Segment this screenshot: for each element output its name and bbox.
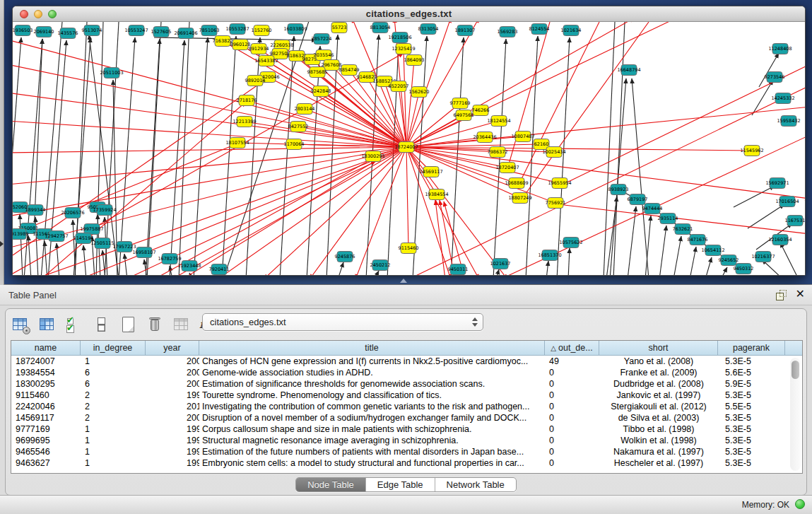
new-table-icon[interactable] — [119, 315, 137, 334]
graph-node[interactable]: 6879197 — [628, 194, 648, 205]
panel-resize-handle[interactable] — [400, 279, 407, 283]
delete-table-disabled-icon[interactable] — [172, 315, 191, 334]
black-edge[interactable] — [690, 247, 696, 275]
left-collapse-strip[interactable] — [0, 0, 4, 285]
tab-network-table[interactable]: Network Table — [435, 478, 516, 491]
graph-node[interactable]: 20206576 — [61, 208, 84, 218]
column-header-out_de[interactable]: △out_de... — [545, 341, 599, 355]
black-edge[interactable] — [705, 257, 712, 275]
graph-node[interactable]: 20691406 — [174, 28, 197, 39]
network-canvas[interactable]: 1936503206914014355769513074105532471527… — [13, 22, 805, 275]
graph-node[interactable]: 8124554 — [529, 24, 550, 35]
black-edge[interactable] — [28, 235, 31, 275]
graph-node[interactable]: 9273546 — [765, 72, 785, 83]
graph-node[interactable]: 9245652 — [719, 255, 739, 266]
red-edge[interactable] — [355, 147, 406, 275]
graph-node[interactable]: 9892014 — [245, 76, 266, 86]
graph-node[interactable]: 1435576 — [58, 28, 78, 39]
graph-node[interactable]: 8938923 — [608, 185, 629, 195]
column-header-name[interactable]: name — [11, 341, 81, 355]
graph-node[interactable]: 1899344 — [25, 205, 46, 216]
graph-node[interactable]: 9242848 — [311, 86, 331, 97]
red-edge[interactable] — [13, 93, 406, 147]
graph-node[interactable]: 2035546 — [314, 50, 334, 61]
black-edge[interactable] — [307, 46, 320, 275]
black-edge[interactable] — [659, 226, 666, 275]
graph-node[interactable]: 6497568 — [454, 110, 474, 121]
black-edge[interactable] — [496, 269, 499, 275]
table-vertical-scrollbar[interactable] — [790, 358, 801, 471]
graph-node[interactable]: 55723 — [331, 23, 347, 33]
graph-node[interactable]: 9875685 — [307, 67, 328, 78]
column-header-in_degree[interactable]: in_degree — [81, 341, 146, 355]
scrollbar-thumb[interactable] — [792, 361, 799, 379]
red-edge[interactable] — [406, 22, 677, 147]
red-edge[interactable] — [13, 40, 406, 147]
black-edge[interactable] — [780, 243, 799, 275]
graph-node[interactable]: 10575622 — [559, 238, 582, 248]
graph-node[interactable]: 3913989 — [13, 229, 28, 240]
red-edge[interactable] — [247, 100, 406, 147]
red-edge[interactable] — [13, 64, 406, 147]
graph-node[interactable]: 17016504 — [775, 197, 799, 207]
table-row[interactable]: 2242004622012Investigating the contribut… — [11, 401, 802, 412]
graph-node[interactable]: 2069140 — [34, 27, 54, 37]
graph-node[interactable]: 7857224 — [312, 34, 332, 45]
red-edge[interactable] — [13, 147, 406, 185]
graph-node[interactable]: 1891307 — [455, 25, 476, 36]
column-header-title[interactable]: title — [199, 341, 545, 355]
graph-node[interactable]: 8313054 — [418, 24, 439, 35]
graph-node[interactable]: 9245876 — [335, 252, 355, 262]
graph-node[interactable]: 10688609 — [505, 178, 528, 189]
graph-node[interactable]: 10216377 — [751, 252, 775, 262]
graph-node[interactable]: 8427552 — [288, 122, 309, 132]
tab-node-table[interactable]: Node Table — [296, 478, 366, 491]
black-edge[interactable] — [147, 22, 161, 275]
graph-node[interactable]: 9450312 — [734, 264, 754, 274]
black-edge[interactable] — [375, 271, 379, 275]
graph-node[interactable]: 6522057 — [389, 81, 409, 92]
graph-node[interactable]: 12213399 — [233, 117, 256, 127]
graph-node[interactable]: 1021634 — [561, 25, 582, 36]
black-edge[interactable] — [83, 245, 86, 275]
graph-node[interactable]: 1936503 — [13, 25, 33, 36]
red-edge[interactable] — [13, 147, 406, 153]
black-edge[interactable] — [96, 22, 103, 275]
graph-node[interactable]: 20511003 — [100, 68, 123, 78]
black-edge[interactable] — [673, 236, 681, 275]
delete-table-icon[interactable] — [146, 315, 164, 334]
black-edge[interactable] — [124, 254, 127, 275]
black-edge[interactable] — [546, 261, 548, 275]
table-row[interactable]: 977716911998Corpus callosum shape and si… — [11, 424, 802, 435]
table-row[interactable]: 911546021997Tourette syndrome. Phenomeno… — [11, 390, 802, 401]
graph-node[interactable]: 7920411 — [209, 264, 230, 275]
black-edge[interactable] — [222, 36, 236, 275]
red-edge[interactable] — [406, 147, 408, 248]
graph-node[interactable]: 19218506 — [388, 33, 411, 43]
table-row[interactable]: 969969511998Structural magnetic resonanc… — [11, 435, 802, 446]
black-edge[interactable] — [526, 36, 538, 275]
black-edge[interactable] — [734, 186, 775, 207]
graph-node[interactable]: 9474444 — [642, 204, 663, 214]
table-row[interactable]: 1830029562008Estimation of significance … — [11, 378, 802, 390]
graph-node[interactable]: 18124554 — [487, 116, 510, 127]
graph-node[interactable]: 8813054 — [370, 23, 391, 33]
tab-edge-table[interactable]: Edge Table — [366, 478, 435, 491]
graph-node[interactable]: 12160354 — [768, 235, 792, 245]
table-row[interactable]: 946554611997Estimation of the future num… — [11, 446, 802, 457]
graph-node[interactable]: 16648794 — [617, 65, 640, 76]
black-edge[interactable] — [568, 248, 570, 275]
table-row[interactable]: 946362711997Embryonic stem cells: a mode… — [11, 457, 802, 469]
network-window[interactable]: citations_edges.txt 19365032069140143557… — [12, 6, 806, 276]
graph-node[interactable]: 1562620 — [409, 87, 430, 98]
table-row[interactable]: 1872400712008Changes of HCN gene express… — [11, 356, 802, 367]
float-panel-icon[interactable] — [776, 290, 787, 300]
graph-node[interactable]: 15958432 — [777, 116, 800, 127]
graph-node[interactable]: 1021637 — [490, 259, 511, 269]
graph-node[interactable]: 11248408 — [768, 44, 792, 54]
black-edge[interactable] — [146, 39, 160, 275]
graph-node[interactable]: 7756921 — [546, 198, 566, 209]
graph-node[interactable]: 9115460 — [399, 243, 419, 254]
black-edge[interactable] — [338, 262, 343, 275]
black-edge[interactable] — [613, 22, 625, 275]
